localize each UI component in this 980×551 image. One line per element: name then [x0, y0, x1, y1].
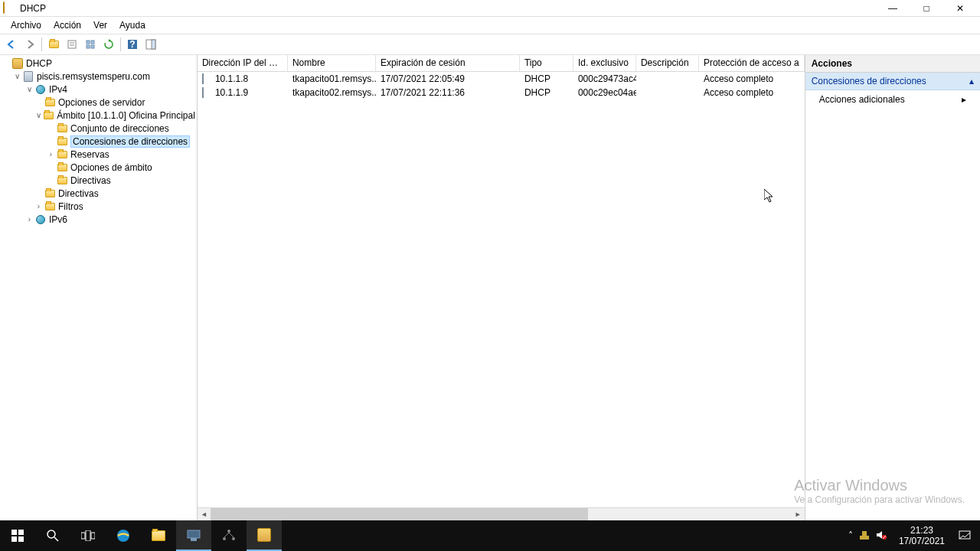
scroll-thumb[interactable] [211, 508, 588, 521]
dhcp-taskbar-icon[interactable] [247, 520, 282, 551]
col-type[interactable]: Tipo [520, 55, 573, 71]
refresh-icon[interactable] [100, 36, 117, 53]
horizontal-scrollbar[interactable]: ◄ ► [198, 507, 805, 520]
svg-rect-14 [18, 536, 24, 542]
table-row[interactable]: 10.1.1.8 tkapacito01.remsys... 17/07/202… [198, 72, 805, 86]
tree-scope-label: Ámbito [10.1.1.0] Oficina Principal [57, 110, 195, 121]
tree-server[interactable]: ∨ piscis.remsystemsperu.com [0, 70, 197, 83]
col-name[interactable]: Nombre [288, 55, 376, 71]
expander-icon[interactable]: ∨ [34, 111, 43, 119]
notifications-icon[interactable] [949, 520, 980, 551]
scroll-right-icon[interactable]: ► [792, 508, 805, 521]
cell-ip: 10.1.1.9 [198, 87, 288, 98]
expander-icon[interactable]: ∨ [24, 85, 34, 93]
forward-button[interactable] [21, 36, 38, 53]
folder-icon [56, 175, 68, 186]
start-button[interactable] [0, 520, 35, 551]
tray-volume-icon[interactable] [876, 530, 887, 543]
expander-icon[interactable]: › [34, 202, 44, 210]
expander-icon[interactable]: ∨ [12, 72, 22, 80]
expander-icon[interactable]: › [46, 150, 56, 158]
back-button[interactable] [3, 36, 20, 53]
actions-pane: Acciones Concesiones de direcciones ▴ Ac… [805, 55, 980, 520]
tree-address-leases[interactable]: Concesiones de direcciones [0, 135, 197, 148]
tree-pane[interactable]: DHCP ∨ piscis.remsystemsperu.com ∨ IPv4 … [0, 55, 198, 520]
taskbar[interactable]: ˄ 21:23 17/07/2021 [0, 520, 980, 551]
table-row[interactable]: 10.1.1.9 tkapacito02.remsys... 17/07/202… [198, 86, 805, 99]
folder-up-icon[interactable] [45, 36, 62, 53]
actions-header: Acciones [805, 55, 980, 73]
cell-type: DHCP [520, 73, 573, 84]
folder-icon [44, 97, 56, 108]
svg-rect-11 [11, 530, 17, 535]
svg-line-26 [224, 533, 229, 537]
col-access-prot[interactable]: Protección de acceso a [699, 55, 805, 71]
toolbar: ? [0, 34, 980, 55]
tree-scope[interactable]: ∨ Ámbito [10.1.1.0] Oficina Principal [0, 109, 197, 122]
view-icon[interactable] [82, 36, 99, 53]
close-button[interactable]: ✕ [943, 0, 977, 17]
svg-rect-22 [191, 538, 197, 541]
col-unique-id[interactable]: Id. exclusivo [573, 55, 636, 71]
network-tool-icon[interactable] [211, 520, 247, 551]
svg-rect-3 [87, 41, 90, 44]
svg-line-16 [54, 537, 58, 541]
actions-group[interactable]: Concesiones de direcciones ▴ [805, 73, 980, 90]
folder-icon [44, 188, 56, 199]
svg-rect-18 [86, 530, 90, 541]
collapse-icon[interactable]: ▴ [969, 76, 974, 86]
tree-scope-options[interactable]: Opciones de ámbito [0, 161, 197, 174]
lease-icon [202, 73, 213, 84]
svg-point-24 [223, 537, 226, 540]
tree-reservations[interactable]: › Reservas [0, 148, 197, 161]
actions-more[interactable]: Acciones adicionales ▸ [805, 90, 980, 109]
taskbar-time: 21:23 [899, 525, 945, 536]
col-lease-exp[interactable]: Expiración de cesión [376, 55, 520, 71]
tray-chevron-icon[interactable]: ˄ [848, 530, 853, 541]
ie-icon[interactable] [106, 520, 141, 551]
menu-accion[interactable]: Acción [47, 18, 87, 32]
globe-icon [34, 214, 47, 225]
cell-access: Acceso completo [699, 73, 805, 84]
explorer-icon[interactable] [141, 520, 176, 551]
toolbar-separator [41, 37, 42, 51]
tree-address-pool[interactable]: Conjunto de direcciones [0, 122, 197, 135]
col-client-ip[interactable]: Dirección IP del clie... [198, 55, 288, 71]
menu-archivo[interactable]: Archivo [5, 18, 47, 32]
properties-icon[interactable] [64, 36, 80, 53]
tree-policies-inner[interactable]: Directivas [0, 174, 197, 187]
cell-exp: 17/07/2021 22:05:49 [376, 73, 520, 84]
menu-ayuda[interactable]: Ayuda [113, 18, 152, 32]
list-body[interactable]: 10.1.1.8 tkapacito01.remsys... 17/07/202… [198, 72, 805, 507]
expander-icon[interactable]: › [24, 215, 34, 223]
tree-policies[interactable]: Directivas [0, 187, 197, 200]
help-icon[interactable]: ? [124, 36, 141, 53]
tray-network-icon[interactable] [859, 530, 870, 543]
taskview-icon[interactable] [70, 520, 106, 551]
maximize-button[interactable]: □ [910, 0, 943, 17]
tree-root-label: DHCP [26, 58, 52, 69]
taskbar-date: 17/07/2021 [899, 536, 945, 546]
menu-bar: Archivo Acción Ver Ayuda [0, 17, 980, 34]
cell-uid: 000c29473ac4 [573, 73, 636, 84]
panel-icon[interactable] [142, 36, 159, 53]
tree-ipv6[interactable]: › IPv6 [0, 213, 197, 226]
tree-ipv4[interactable]: ∨ IPv4 [0, 83, 197, 96]
folder-icon [56, 149, 68, 160]
minimize-button[interactable]: — [876, 0, 910, 17]
taskbar-clock[interactable]: 21:23 17/07/2021 [894, 525, 949, 546]
folder-icon [43, 110, 54, 121]
tree-policies-inner-label: Directivas [70, 175, 111, 186]
tree-root[interactable]: DHCP [0, 57, 197, 70]
tree-server-options[interactable]: Opciones de servidor [0, 96, 197, 109]
scroll-track[interactable] [211, 508, 792, 521]
search-icon[interactable] [35, 520, 70, 551]
menu-ver[interactable]: Ver [87, 18, 113, 32]
system-tray[interactable]: ˄ [841, 530, 894, 543]
server-manager-icon[interactable] [176, 520, 211, 551]
scroll-left-icon[interactable]: ◄ [198, 508, 211, 521]
title-bar: DHCP — □ ✕ [0, 0, 980, 17]
cell-ip: 10.1.1.8 [198, 73, 288, 84]
tree-filters[interactable]: › Filtros [0, 200, 197, 213]
col-description[interactable]: Descripción [636, 55, 699, 71]
